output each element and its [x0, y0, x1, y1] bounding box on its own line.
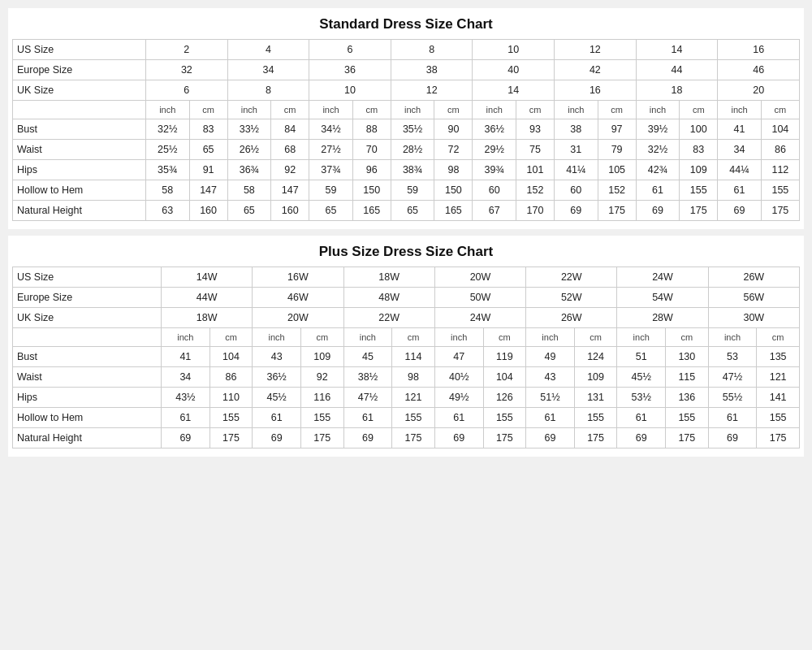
- measurement-value: 175: [598, 201, 636, 221]
- uk-size-value: 22W: [343, 308, 434, 328]
- measurement-value: 69: [162, 428, 210, 448]
- measurement-value: 131: [574, 388, 617, 408]
- us-size-value: 16: [718, 40, 800, 60]
- europe-size-value: 38: [391, 60, 473, 80]
- measurement-value: 110: [209, 388, 253, 408]
- unit-row-empty: [13, 328, 162, 347]
- measurement-value: 53: [708, 347, 757, 367]
- measurement-value: 93: [516, 119, 554, 140]
- measurement-value: 92: [271, 160, 309, 180]
- measurement-value: 135: [757, 347, 800, 367]
- unit-label: inch: [473, 101, 516, 119]
- measurement-value: 34½: [309, 119, 352, 140]
- measurement-value: 104: [209, 347, 253, 367]
- measurement-value: 72: [434, 140, 473, 160]
- measurement-value: 38¾: [391, 160, 434, 180]
- measurement-value: 160: [271, 201, 309, 221]
- measurement-value: 45: [343, 347, 392, 367]
- measurement-value: 155: [666, 408, 709, 428]
- measurement-value: 68: [271, 140, 309, 160]
- unit-label: inch: [636, 101, 679, 119]
- measurement-value: 40½: [434, 367, 483, 388]
- measurement-value: 27½: [309, 140, 352, 160]
- uk-size-value: 20W: [253, 308, 343, 328]
- measurement-value: 25½: [146, 140, 189, 160]
- measurement-value: 98: [392, 367, 435, 388]
- standard-chart-table: US Size246810121416Europe Size3234363840…: [12, 39, 800, 221]
- europe-size-value: 50W: [434, 288, 525, 308]
- unit-label: inch: [253, 328, 301, 347]
- measurement-value: 45½: [617, 367, 666, 388]
- measurement-value: 75: [516, 140, 554, 160]
- measurement-value: 31: [555, 140, 598, 160]
- measurement-value: 109: [680, 160, 718, 180]
- measurement-value: 47½: [708, 367, 757, 388]
- measurement-value: 34: [718, 140, 761, 160]
- measurement-value: 114: [392, 347, 435, 367]
- measurement-value: 55½: [708, 388, 757, 408]
- uk-size-value: 16: [555, 80, 637, 101]
- europe-size-label: Europe Size: [13, 288, 162, 308]
- measurement-value: 49½: [434, 388, 483, 408]
- standard-chart-title: Standard Dress Size Chart: [12, 16, 800, 32]
- measurement-value: 38: [555, 119, 598, 140]
- standard-chart-container: Standard Dress Size Chart US Size2468101…: [8, 8, 804, 229]
- unit-label: cm: [189, 101, 227, 119]
- measurement-value: 92: [300, 367, 343, 388]
- measurement-value: 155: [392, 408, 435, 428]
- measurement-value: 101: [516, 160, 554, 180]
- measurement-value: 86: [761, 140, 799, 160]
- measurement-value: 160: [189, 201, 227, 221]
- measurement-value: 109: [300, 347, 343, 367]
- unit-label: inch: [555, 101, 598, 119]
- us-size-value: 16W: [253, 267, 343, 288]
- uk-size-value: 30W: [708, 308, 799, 328]
- uk-size-label: UK Size: [13, 80, 146, 101]
- unit-label: cm: [516, 101, 554, 119]
- plus-chart-title: Plus Size Dress Size Chart: [12, 244, 800, 260]
- measurement-value: 35¾: [146, 160, 189, 180]
- measurement-label: Bust: [13, 119, 146, 140]
- measurement-value: 152: [598, 180, 636, 201]
- measurement-value: 175: [680, 201, 718, 221]
- measurement-value: 155: [209, 408, 253, 428]
- us-size-value: 2: [146, 40, 228, 60]
- measurement-label: Hips: [13, 160, 146, 180]
- us-size-value: 10: [473, 40, 555, 60]
- measurement-value: 79: [598, 140, 636, 160]
- uk-size-value: 18: [636, 80, 718, 101]
- measurement-value: 69: [708, 428, 757, 448]
- measurement-value: 51: [617, 347, 666, 367]
- measurement-value: 86: [209, 367, 253, 388]
- uk-size-value: 14: [473, 80, 555, 101]
- unit-row-empty: [13, 101, 146, 119]
- measurement-value: 150: [352, 180, 391, 201]
- measurement-value: 59: [391, 180, 434, 201]
- europe-size-value: 34: [227, 60, 309, 80]
- measurement-value: 67: [473, 201, 516, 221]
- measurement-value: 44¼: [718, 160, 761, 180]
- measurement-value: 100: [680, 119, 718, 140]
- measurement-value: 175: [300, 428, 343, 448]
- measurement-label: Bust: [13, 347, 162, 367]
- measurement-value: 29½: [473, 140, 516, 160]
- unit-label: cm: [209, 328, 253, 347]
- measurement-value: 61: [343, 408, 392, 428]
- unit-label: inch: [309, 101, 352, 119]
- measurement-value: 155: [680, 180, 718, 201]
- measurement-value: 105: [598, 160, 636, 180]
- us-size-value: 24W: [617, 267, 708, 288]
- measurement-value: 136: [666, 388, 709, 408]
- measurement-value: 69: [343, 428, 392, 448]
- measurement-value: 109: [574, 367, 617, 388]
- measurement-value: 43: [253, 347, 301, 367]
- uk-size-value: 18W: [162, 308, 253, 328]
- measurement-value: 61: [636, 180, 679, 201]
- us-size-value: 8: [391, 40, 473, 60]
- measurement-value: 124: [574, 347, 617, 367]
- measurement-value: 41: [718, 119, 761, 140]
- unit-label: inch: [434, 328, 483, 347]
- measurement-value: 39¾: [473, 160, 516, 180]
- europe-size-value: 48W: [343, 288, 434, 308]
- measurement-value: 155: [300, 408, 343, 428]
